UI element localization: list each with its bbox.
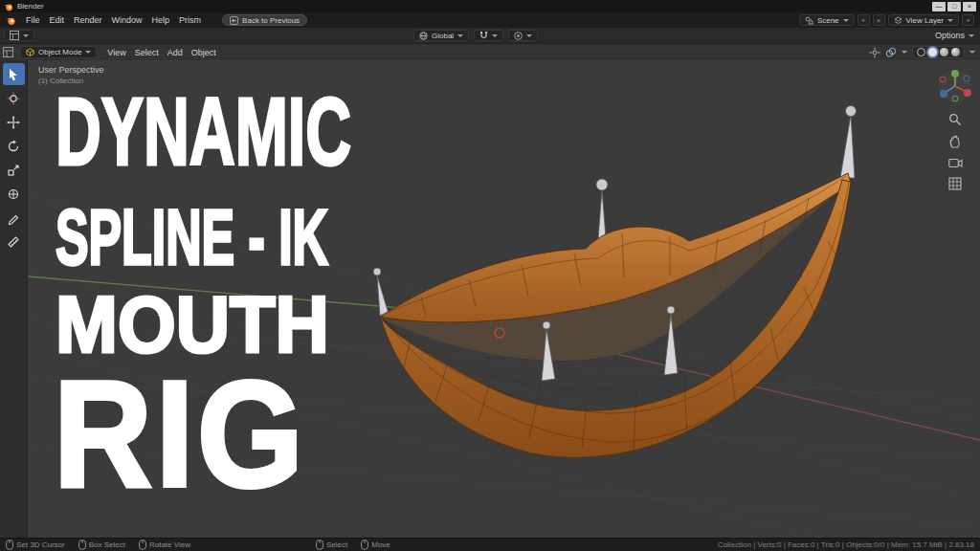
mouse-icon	[139, 540, 146, 550]
menu-object[interactable]: Object	[191, 48, 216, 57]
viewport-nav-controls	[937, 68, 973, 190]
hint-rotate-view: Rotate View	[139, 540, 190, 550]
transform-icon	[7, 187, 20, 201]
select-cursor-icon	[7, 68, 20, 81]
view-layer-selector[interactable]: View Layer	[888, 14, 959, 26]
close-button[interactable]: ×	[963, 2, 976, 11]
hint-box-select: Box Select	[78, 540, 125, 550]
new-view-layer-button[interactable]: +	[962, 14, 974, 26]
pan-hand-icon[interactable]	[948, 135, 962, 148]
editor-type-selector[interactable]	[4, 30, 34, 41]
shading-rendered-button[interactable]	[951, 48, 960, 56]
orientation-globe-icon	[419, 32, 428, 40]
shading-material-button[interactable]	[940, 48, 948, 56]
menu-select[interactable]: Select	[135, 48, 159, 57]
os-titlebar: Blender — □ ×	[0, 0, 980, 12]
options-group: Options	[935, 31, 974, 40]
title-line-rig: RIG	[54, 366, 307, 502]
back-to-previous-button[interactable]: Back to Previous	[222, 14, 307, 26]
title-line-dynamic: DYNAMIC	[56, 88, 351, 175]
tool-measure[interactable]	[3, 231, 25, 253]
tool-rotate[interactable]	[3, 135, 25, 157]
shading-solid-button[interactable]	[928, 48, 937, 56]
move-icon	[7, 116, 20, 129]
menu-add[interactable]: Add	[167, 48, 183, 57]
proportional-editing-toggle[interactable]	[508, 30, 538, 41]
orthographic-grid-icon[interactable]	[948, 177, 962, 190]
scene-statistics: Collection | Verts:0 | Faces:0 | Tris:0 …	[718, 540, 974, 549]
window-controls: — □ ×	[932, 2, 976, 11]
shading-controls	[869, 46, 975, 58]
new-scene-button[interactable]: +	[858, 14, 870, 26]
unlink-scene-button[interactable]: ×	[873, 14, 885, 26]
mouse-icon	[316, 540, 323, 550]
hint-select: Select	[316, 540, 347, 550]
chevron-down-icon	[492, 34, 498, 37]
scene-layer-selectors: Scene + × View Layer +	[799, 14, 974, 26]
snap-toggle[interactable]	[474, 30, 503, 41]
chevron-down-icon	[526, 34, 532, 37]
tool-scale[interactable]	[3, 159, 25, 181]
object-mode-icon	[26, 48, 34, 56]
show-overlays-toggle-icon[interactable]	[885, 47, 897, 58]
hint-move: Move	[361, 540, 390, 550]
blender-logo-icon	[4, 2, 13, 11]
menu-help[interactable]: Help	[152, 15, 170, 25]
transform-orientation-dropdown[interactable]: Global	[413, 30, 469, 41]
chevron-down-icon	[457, 34, 463, 37]
tool-hints: Select Move	[316, 540, 404, 550]
camera-view-icon[interactable]	[948, 157, 963, 168]
title-line-spline-ik: SPLINE - IK	[56, 203, 328, 273]
menu-edit[interactable]: Edit	[50, 15, 65, 25]
scene-selector[interactable]: Scene	[799, 14, 855, 26]
scale-icon	[7, 164, 20, 177]
annotate-pencil-icon	[7, 211, 20, 225]
cursor-3d-icon	[7, 92, 20, 105]
tool-settings-bar: Global Options	[0, 28, 980, 44]
maximize-button[interactable]: □	[947, 2, 961, 11]
tool-shelf	[0, 60, 28, 538]
view-perspective-label: User Perspective	[38, 65, 104, 75]
chevron-down-icon	[969, 51, 975, 54]
navigation-gizmo[interactable]	[937, 68, 973, 104]
tool-select-box[interactable]	[3, 63, 25, 85]
zoom-icon[interactable]	[948, 113, 962, 126]
menu-prism[interactable]: Prism	[179, 15, 201, 25]
blender-menu-icon[interactable]	[6, 15, 16, 26]
minimize-button[interactable]: —	[932, 2, 946, 11]
measure-ruler-icon	[7, 235, 20, 249]
mouse-icon	[6, 540, 13, 550]
menu-window[interactable]: Window	[112, 15, 143, 25]
tool-cursor-3d[interactable]	[3, 87, 25, 109]
rotate-icon	[7, 140, 20, 153]
chevron-down-icon	[947, 19, 953, 22]
shading-wireframe-button[interactable]	[917, 48, 925, 56]
menubar: File Edit Render Window Help Prism Back …	[0, 12, 980, 28]
menu-render[interactable]: Render	[74, 15, 102, 25]
scene-icon	[805, 16, 813, 25]
view-layer-icon	[894, 16, 902, 25]
options-dropdown[interactable]: Options	[935, 31, 965, 40]
menu-view[interactable]: View	[107, 48, 125, 57]
viewport-header: Object Mode View Select Add Object	[0, 44, 980, 60]
mode-dropdown[interactable]: Object Mode	[20, 46, 97, 58]
tool-move[interactable]	[3, 111, 25, 133]
tool-transform[interactable]	[3, 183, 25, 205]
chevron-down-icon	[23, 34, 29, 37]
mouse-icon	[361, 540, 368, 550]
show-gizmo-toggle-icon[interactable]	[869, 47, 880, 58]
viewport-menus: View Select Add Object	[107, 48, 215, 57]
menu-file[interactable]: File	[26, 15, 40, 25]
editor-type-icon	[10, 31, 19, 40]
hint-set-3d-cursor: Set 3D Cursor	[6, 540, 65, 550]
viewport-shading-group	[912, 46, 965, 58]
transform-snap-group: Global	[413, 30, 538, 41]
tool-annotate[interactable]	[3, 207, 25, 229]
back-arrow-icon	[230, 16, 238, 25]
status-bar: Set 3D Cursor Box Select Rotate View Se	[0, 538, 980, 551]
magnet-icon	[479, 31, 488, 40]
chevron-down-icon	[843, 19, 849, 22]
viewport-editor-icon[interactable]	[3, 47, 13, 57]
window-title: Blender	[17, 2, 44, 11]
mouse-icon	[78, 540, 86, 550]
